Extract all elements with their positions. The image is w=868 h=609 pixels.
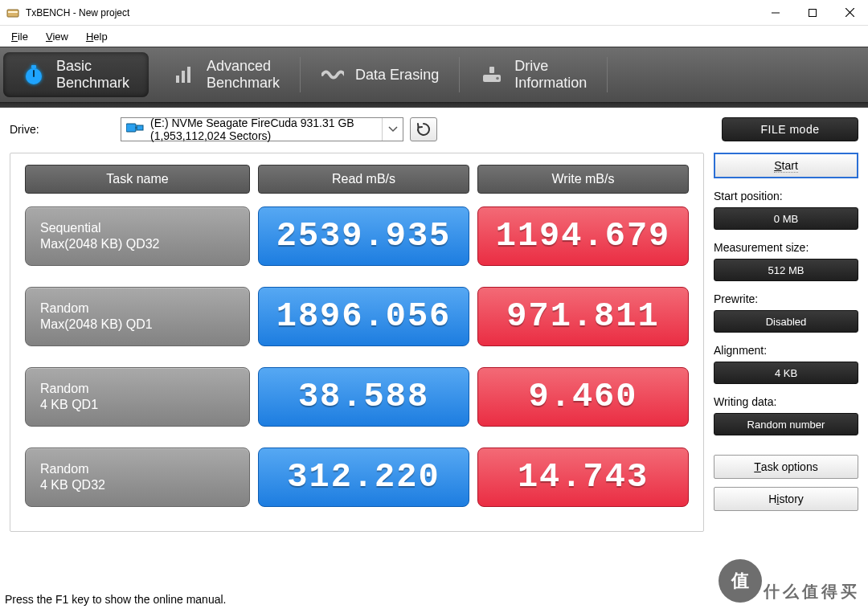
- drive-icon: [481, 63, 503, 86]
- svg-rect-3: [809, 9, 817, 16]
- table-row: Random4 KB QD32 312.220 14.743: [25, 448, 689, 507]
- tab-label: BasicBenchmark: [56, 58, 129, 91]
- svg-rect-0: [7, 10, 18, 17]
- svg-rect-1: [8, 11, 18, 13]
- col-write: Write mB/s: [477, 165, 689, 194]
- writing-data-label: Writing data:: [714, 395, 858, 408]
- chevron-down-icon: [382, 118, 403, 141]
- prewrite-label: Prewrite:: [714, 292, 858, 305]
- drive-label: Drive:: [10, 123, 114, 136]
- read-value[interactable]: 38.588: [258, 367, 469, 427]
- task-options-button[interactable]: Task options: [714, 455, 858, 479]
- start-position-label: Start position:: [714, 190, 858, 202]
- window-titlebar: TxBENCH - New project: [0, 0, 868, 26]
- alignment-label: Alignment:: [714, 344, 858, 357]
- svg-rect-11: [187, 67, 190, 83]
- svg-rect-16: [137, 125, 143, 130]
- col-task-name: Task name: [25, 165, 250, 194]
- drive-select[interactable]: (E:) NVMe Seagate FireCuda 931.31 GB (1,…: [121, 117, 403, 141]
- task-cell[interactable]: RandomMax(2048 KB) QD1: [25, 287, 250, 346]
- write-value[interactable]: 1194.679: [477, 206, 689, 266]
- tab-basic-benchmark[interactable]: BasicBenchmark: [3, 52, 149, 97]
- write-value[interactable]: 9.460: [477, 367, 689, 427]
- writing-data-value[interactable]: Random number: [714, 413, 858, 435]
- benchmark-table: Task name Read mB/s Write mB/s Sequentia…: [10, 153, 704, 532]
- bars-icon: [173, 63, 195, 86]
- measurement-size-value[interactable]: 512 MB: [714, 259, 858, 281]
- svg-rect-10: [182, 71, 185, 83]
- drive-type-icon: [126, 122, 144, 137]
- menu-bar: File View Help: [0, 26, 868, 47]
- svg-rect-7: [31, 65, 36, 68]
- read-value[interactable]: 1896.056: [258, 287, 469, 346]
- svg-point-13: [496, 77, 499, 80]
- alignment-value[interactable]: 4 KB: [714, 362, 858, 384]
- read-value[interactable]: 2539.935: [258, 206, 469, 266]
- watermark: 值 什么值得买: [764, 581, 860, 603]
- menu-view[interactable]: View: [38, 29, 76, 44]
- refresh-button[interactable]: [410, 117, 437, 141]
- tab-label: DriveInformation: [514, 58, 587, 91]
- settings-panel: Start Start position: 0 MB Measurement s…: [714, 153, 858, 532]
- app-icon: [6, 6, 19, 19]
- write-value[interactable]: 14.743: [477, 448, 689, 507]
- task-cell[interactable]: SequentialMax(2048 KB) QD32: [25, 206, 250, 266]
- svg-rect-15: [126, 124, 136, 132]
- history-button[interactable]: History: [714, 487, 858, 511]
- window-title: TxBENCH - New project: [26, 7, 757, 18]
- start-button[interactable]: Start: [714, 153, 858, 178]
- col-read: Read mB/s: [258, 165, 469, 194]
- refresh-icon: [416, 122, 431, 137]
- drive-selected-text: (E:) NVMe Seagate FireCuda 931.31 GB (1,…: [150, 116, 398, 142]
- table-row: Random4 KB QD1 38.588 9.460: [25, 367, 689, 427]
- minimize-button[interactable]: [757, 0, 794, 26]
- prewrite-value[interactable]: Disabled: [714, 310, 858, 333]
- main-area: Task name Read mB/s Write mB/s Sequentia…: [0, 148, 868, 542]
- svg-rect-9: [176, 76, 179, 83]
- table-row: SequentialMax(2048 KB) QD32 2539.935 119…: [25, 206, 689, 266]
- maximize-button[interactable]: [794, 0, 831, 26]
- svg-rect-14: [489, 67, 494, 73]
- start-position-value[interactable]: 0 MB: [714, 207, 858, 230]
- menu-file[interactable]: File: [3, 29, 36, 44]
- tab-data-erasing[interactable]: Data Erasing: [301, 47, 460, 102]
- wave-icon: [321, 63, 344, 86]
- read-value[interactable]: 312.220: [258, 448, 469, 507]
- table-row: RandomMax(2048 KB) QD1 1896.056 971.811: [25, 287, 689, 346]
- tab-advanced-benchmark[interactable]: AdvancedBenchmark: [152, 47, 301, 102]
- measurement-size-label: Measurement size:: [714, 241, 858, 254]
- close-button[interactable]: [831, 0, 868, 26]
- tab-strip: BasicBenchmark AdvancedBenchmark Data Er…: [0, 47, 868, 103]
- tab-label: Data Erasing: [355, 67, 439, 84]
- menu-help[interactable]: Help: [78, 29, 116, 44]
- write-value[interactable]: 971.811: [477, 287, 689, 346]
- tab-drive-information[interactable]: DriveInformation: [460, 47, 608, 102]
- task-cell[interactable]: Random4 KB QD32: [25, 448, 250, 507]
- drive-row: Drive: (E:) NVMe Seagate FireCuda 931.31…: [0, 108, 868, 148]
- file-mode-button[interactable]: FILE mode: [722, 117, 858, 141]
- task-cell[interactable]: Random4 KB QD1: [25, 367, 250, 427]
- stopwatch-icon: [23, 63, 45, 86]
- tab-label: AdvancedBenchmark: [207, 58, 280, 91]
